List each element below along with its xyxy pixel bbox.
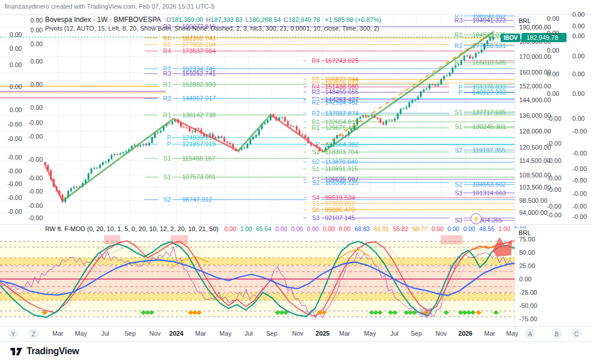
aux-zero-tick: 0.00 <box>547 90 559 97</box>
time-tick: Jul <box>245 330 253 337</box>
timescale-badge-Y[interactable]: Y <box>8 328 19 339</box>
svg-text:S1: S1 <box>164 155 171 162</box>
price-tick: 170,000.00 <box>519 53 551 60</box>
timescale-badge-Z[interactable]: Z <box>28 328 39 339</box>
symbol-legend[interactable]: Bovespa Index · 1W · BMFBOVESPA O181,369… <box>45 16 381 24</box>
aux-zero-tick: -0.00 <box>8 121 22 128</box>
aux-zero-tick: 0.00 <box>547 29 559 36</box>
svg-text:98747.912: 98747.912 <box>182 196 212 203</box>
tradingview-logo[interactable]: TradingView <box>10 346 79 356</box>
price-tick: 103,500.00 <box>519 184 551 191</box>
svg-text:R2: R2 <box>163 95 171 102</box>
price-tick: 136,000.00 <box>519 112 551 119</box>
svg-text:92107.145: 92107.145 <box>325 214 355 221</box>
main-chart-canvas[interactable]: R3190277.819R6182362.743R5177950.154R417… <box>0 14 515 224</box>
aux-zero-tick: -0.00 <box>8 168 22 174</box>
price-tick: 128,000.00 <box>519 128 551 135</box>
pane-separator[interactable] <box>0 224 592 225</box>
timescale-separator <box>0 326 592 327</box>
oscillator-value: 0.00 <box>432 225 443 232</box>
timescale-badge-B[interactable]: B <box>552 328 563 339</box>
svg-text:142984.482: 142984.482 <box>325 99 358 106</box>
pivot-line-right-R2: R2177058.631 <box>449 42 515 49</box>
aux-zero-tick: -0.00 <box>28 202 43 209</box>
aux-zero-tick: -0.00 <box>572 128 587 135</box>
aux-zero-tick: -0.00 <box>547 211 561 218</box>
oscillator-tick: -50.00 <box>519 302 537 309</box>
ohlc-value: 182,949.78 <box>288 16 320 23</box>
svg-text:R3: R3 <box>454 17 462 24</box>
svg-text:S1: S1 <box>455 109 462 116</box>
svg-text:S6: S6 <box>312 206 320 213</box>
svg-text:R1: R1 <box>163 81 171 88</box>
aux-zero-tick: 0.00 <box>10 61 22 68</box>
pivot-line-right-P: P148127.993 <box>449 89 515 96</box>
peak-highlight-box <box>441 235 462 244</box>
aux-zero-tick: -0.00 <box>547 186 561 193</box>
oscillator-title[interactable]: RW ft. F-MOD (0, 20, 10, 1, 5, 0, 20, 10… <box>45 225 219 232</box>
oscillator-value: 0.00 <box>463 225 475 232</box>
pivots-legend[interactable]: Pivots (12, AUTO, 15, Left, 8, 20, Show … <box>45 25 379 32</box>
svg-text:105396.125: 105396.125 <box>325 179 358 186</box>
svg-text:R2: R2 <box>312 99 320 106</box>
svg-text:130245.301: 130245.301 <box>472 123 506 130</box>
oscillator-value: 55.82 <box>393 225 408 232</box>
svg-text:167243.825: 167243.825 <box>325 57 358 64</box>
lightning-icon[interactable]: ⚡ <box>471 213 482 224</box>
pricescale-separator <box>515 14 515 341</box>
svg-text:107573.091: 107573.091 <box>182 173 216 180</box>
timescale-badge-A[interactable]: A <box>525 328 536 339</box>
aux-zero-tick: -0.00 <box>572 190 587 197</box>
aux-zero-tick: 0.00 <box>31 81 43 88</box>
svg-text:R6: R6 <box>163 35 171 42</box>
oscillator-value: 0.00 <box>339 225 350 232</box>
time-tick: 2025 <box>316 330 330 337</box>
price-tick: 114,500.00 <box>519 157 550 164</box>
pivot-line-right-R3: R3194941.323 <box>449 17 515 24</box>
ohlc-value: 187,333.83 <box>210 16 242 23</box>
ohlc-value: 180,268.54 <box>249 16 281 23</box>
oscillator-tick: 50.00 <box>519 249 535 256</box>
symbol-title[interactable]: Bovespa Index · 1W · BMFBOVESPA <box>45 16 161 24</box>
price-tick: 152,000.00 <box>519 83 551 90</box>
pivot-line-left-P: P124939.919 <box>145 134 515 141</box>
aux-zero-tick: 0.00 <box>572 11 584 18</box>
aux-zero-tick: -0.00 <box>28 156 43 163</box>
aux-zero-tick: -0.00 <box>547 203 561 210</box>
svg-text:S1: S1 <box>164 173 171 180</box>
oscillator-tick: 0.00 <box>519 276 531 283</box>
oscillator-tick: -75.00 <box>519 315 537 322</box>
oscillator-legend[interactable]: RW ft. F-MOD (0, 20, 10, 1, 5, 0, 20, 10… <box>45 225 526 232</box>
timescale-badge-C[interactable]: C <box>571 328 582 339</box>
price-tick: 98,500.00 <box>519 197 547 204</box>
tradingview-logo-text: TradingView <box>27 346 79 356</box>
aux-zero-tick: 0.00 <box>31 17 43 24</box>
aux-zero-tick: 0.00 <box>10 31 22 38</box>
aux-zero-tick: 0.00 <box>10 83 22 90</box>
aux-zero-tick: 0.00 <box>547 15 559 22</box>
svg-text:137717.695: 137717.695 <box>472 109 506 116</box>
svg-text:S1: S1 <box>312 165 320 172</box>
tradingview-logo-icon <box>10 347 23 356</box>
change-value: +1,585.88 (+0.87%) <box>325 16 381 23</box>
pivot-line-right-S2: S2104563.502 <box>449 181 515 188</box>
pivot-line-right-S3: S3101314.663 <box>449 190 515 196</box>
time-tick: May <box>506 330 519 337</box>
svg-text:R4: R4 <box>312 57 320 64</box>
aux-zero-tick: -0.00 <box>8 135 22 142</box>
oscillator-value: 61.01 <box>374 225 389 232</box>
aux-zero-tick: 0.00 <box>572 32 584 39</box>
svg-text:148459.655: 148459.655 <box>325 88 358 95</box>
time-tick: May <box>364 330 376 337</box>
aux-zero-tick: 0.00 <box>572 70 584 77</box>
svg-text:R4: R4 <box>163 47 171 54</box>
aux-zero-tick: -0.00 <box>28 119 43 126</box>
ohlc-key: L <box>246 16 249 23</box>
oscillator-canvas[interactable] <box>0 231 515 326</box>
price-tick: 108,500.00 <box>519 172 551 179</box>
svg-text:173537.564: 173537.564 <box>182 47 216 54</box>
svg-text:177950.154: 177950.154 <box>182 41 216 48</box>
svg-text:136142.738: 136142.738 <box>182 112 216 118</box>
time-tick: Sep <box>266 330 278 337</box>
oscillator-tick: 25.00 <box>519 262 535 269</box>
